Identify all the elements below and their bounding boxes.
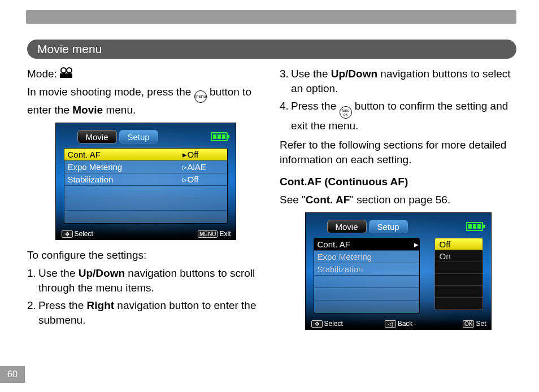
step-4: 4.Press the funcok button to confirm the… (280, 99, 516, 133)
page-number: 60 (7, 369, 18, 380)
lcd1-row-cont-af: Cont. AF▸Off (64, 149, 227, 161)
battery-icon (466, 222, 483, 231)
step-1: 1.Use the Up/Down navigation buttons to … (27, 266, 264, 295)
intro-paragraph: In movie shooting mode, press the menu b… (27, 85, 264, 117)
lcd2-tab-movie: Movie (327, 220, 367, 233)
lcd2-tabbar: Movie Setup (327, 219, 483, 234)
lcd1-footer: ✥Select MENUExit (56, 229, 236, 239)
lcd2-foot-set: Set (476, 320, 486, 328)
lcd1-row-stab: Stabilization▹Off (64, 173, 227, 186)
lcd1-row-empty-2 (64, 198, 227, 211)
lcd1-row-empty-3 (64, 211, 227, 223)
right-column: 3.Use the Up/Down navigation buttons to … (280, 67, 516, 338)
lcd2-submenu: Off On (434, 238, 483, 310)
lcd2-foot-back: Back (398, 320, 413, 328)
step-2: 2.Press the Right navigation button to e… (27, 298, 264, 327)
lcd-screenshot-2: Movie Setup Cont. AF▸ Expo Metering Stab… (305, 212, 492, 330)
section-header: Movie menu (27, 40, 516, 59)
lcd-screenshot-1: Movie Setup Cont. AF▸Off Expo Metering▹A… (55, 123, 236, 240)
lcd1-tabbar: Movie Setup (77, 129, 228, 145)
lcd1-row-expo: Expo Metering▹AiAE (64, 161, 227, 173)
lcd2-footer: ✥Select ◁Back OKSet (306, 319, 491, 329)
lcd2-submenu-off: Off (435, 238, 483, 250)
configure-label: To configure the settings: (27, 248, 264, 263)
left-column: Mode: In movie shooting mode, press the … (27, 67, 264, 338)
steps-right: 3.Use the Up/Down navigation buttons to … (280, 67, 516, 133)
intro-text-pre: In movie shooting mode, press the (27, 86, 194, 98)
dpad-icon: ✥ (311, 320, 323, 328)
ok-btn-icon: OK (463, 320, 474, 328)
section-title: Movie menu (37, 42, 102, 56)
lcd1-foot-exit: Exit (219, 230, 231, 238)
top-grey-bar (26, 10, 516, 24)
lcd1-menu-list: Cont. AF▸Off Expo Metering▹AiAE Stabiliz… (64, 148, 228, 224)
lcd2-row-empty-1 (314, 276, 419, 288)
lcd1-tab-movie: Movie (77, 130, 117, 143)
lcd2-menu-list: Cont. AF▸ Expo Metering Stabilization (314, 238, 420, 313)
intro-bold: Movie (72, 104, 103, 116)
func-ok-button-icon: funcok (340, 106, 352, 119)
contaf-heading: Cont.AF (Continuous AF) (280, 175, 516, 189)
menu-btn-icon: MENU (198, 230, 218, 238)
mode-label: Mode: (27, 68, 57, 80)
lcd2-row-expo: Expo Metering (314, 251, 419, 263)
back-icon: ◁ (385, 320, 396, 328)
lcd2-row-cont-af: Cont. AF▸ (314, 238, 419, 251)
steps-left: 1.Use the Up/Down navigation buttons to … (27, 266, 264, 328)
refer-paragraph: Refer to the following sections for more… (280, 138, 516, 167)
manual-page: Movie menu Mode: In movie shooting mode,… (0, 0, 539, 392)
lcd2-foot-select: Select (324, 320, 343, 328)
lcd2-submenu-on: On (435, 250, 483, 262)
mode-line: Mode: (27, 67, 264, 81)
lcd2-row-stab: Stabilization (314, 263, 419, 276)
lcd2-tab-setup: Setup (369, 220, 408, 233)
lcd1-foot-select: Select (75, 230, 93, 238)
intro-tail: menu. (103, 104, 136, 116)
page-number-badge: 60 (0, 366, 25, 383)
lcd2-row-empty-2 (314, 288, 419, 300)
lcd1-tab-setup: Setup (119, 130, 158, 143)
dpad-icon: ✥ (62, 230, 73, 238)
step-3: 3.Use the Up/Down navigation buttons to … (280, 67, 516, 95)
lcd1-row-empty-1 (64, 186, 227, 198)
lcd2-row-empty-3 (314, 300, 419, 313)
content-columns: Mode: In movie shooting mode, press the … (27, 67, 516, 338)
menu-button-icon: menu (194, 90, 207, 103)
movie-mode-icon (60, 69, 72, 78)
battery-icon (211, 132, 228, 141)
contaf-ref: See "Cont. AF" section on page 56. (280, 193, 516, 207)
